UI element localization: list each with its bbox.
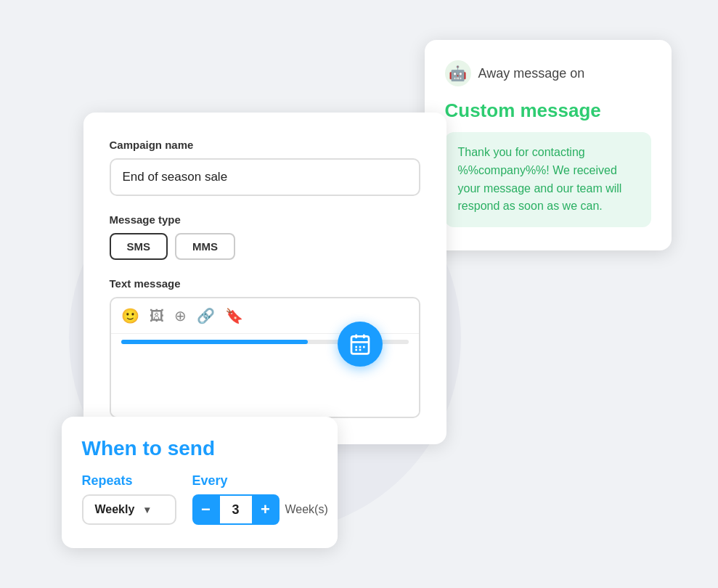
every-col: Every − 3 + Week(s) bbox=[192, 473, 328, 525]
away-header-label: Away message on bbox=[478, 66, 585, 81]
form-card: Campaign name Message type SMS MMS Text … bbox=[83, 113, 446, 444]
bookmark-icon[interactable]: 🔖 bbox=[225, 307, 243, 324]
svg-rect-0 bbox=[351, 336, 369, 354]
link-icon[interactable]: 🔗 bbox=[197, 307, 215, 324]
svg-rect-8 bbox=[359, 349, 361, 351]
every-label: Every bbox=[192, 473, 328, 489]
message-type-section: Message type SMS MMS bbox=[110, 213, 420, 260]
calendar-fab-button[interactable] bbox=[338, 322, 383, 367]
away-message-card: 🤖 Away message on Custom message Thank y… bbox=[425, 40, 672, 250]
repeats-col: Repeats Weekly ▾ bbox=[82, 473, 176, 525]
progress-bar-fill bbox=[121, 340, 308, 344]
svg-rect-7 bbox=[355, 349, 357, 351]
svg-rect-5 bbox=[359, 346, 361, 348]
repeats-label: Repeats bbox=[82, 473, 176, 489]
sms-button[interactable]: SMS bbox=[110, 233, 168, 260]
svg-rect-6 bbox=[363, 346, 365, 348]
robot-icon: 🤖 bbox=[445, 60, 471, 86]
stepper-value: 3 bbox=[220, 494, 252, 525]
message-type-label: Message type bbox=[110, 213, 420, 226]
merge-tag-icon[interactable]: ⊕ bbox=[174, 307, 187, 324]
campaign-name-label: Campaign name bbox=[110, 139, 420, 151]
decrement-button[interactable]: − bbox=[192, 494, 220, 525]
emoji-icon[interactable]: 🙂 bbox=[121, 307, 139, 324]
calendar-icon bbox=[348, 332, 372, 356]
custom-message-text: Thank you for contacting %%company%%! We… bbox=[458, 144, 638, 216]
campaign-name-input[interactable] bbox=[110, 158, 420, 196]
every-stepper: − 3 + bbox=[192, 494, 280, 525]
chevron-down-icon: ▾ bbox=[144, 504, 150, 515]
custom-message-title: Custom message bbox=[445, 99, 651, 122]
repeats-value: Weekly bbox=[95, 503, 135, 516]
repeats-select[interactable]: Weekly ▾ bbox=[82, 494, 176, 525]
custom-message-bubble: Thank you for contacting %%company%%! We… bbox=[445, 132, 651, 227]
mms-button[interactable]: MMS bbox=[175, 233, 235, 260]
every-stepper-wrapper: − 3 + Week(s) bbox=[192, 494, 328, 525]
text-message-label: Text message bbox=[110, 277, 420, 290]
every-unit-label: Week(s) bbox=[285, 503, 328, 516]
schedule-row: Repeats Weekly ▾ Every − 3 + Week(s) bbox=[82, 473, 317, 525]
schedule-card: When to send Repeats Weekly ▾ Every − 3 … bbox=[62, 417, 338, 548]
message-type-buttons: SMS MMS bbox=[110, 233, 420, 260]
away-header: 🤖 Away message on bbox=[445, 60, 651, 86]
increment-button[interactable]: + bbox=[252, 494, 280, 525]
schedule-title: When to send bbox=[82, 437, 317, 460]
svg-rect-4 bbox=[355, 346, 357, 348]
image-icon[interactable]: 🖼 bbox=[150, 308, 164, 324]
